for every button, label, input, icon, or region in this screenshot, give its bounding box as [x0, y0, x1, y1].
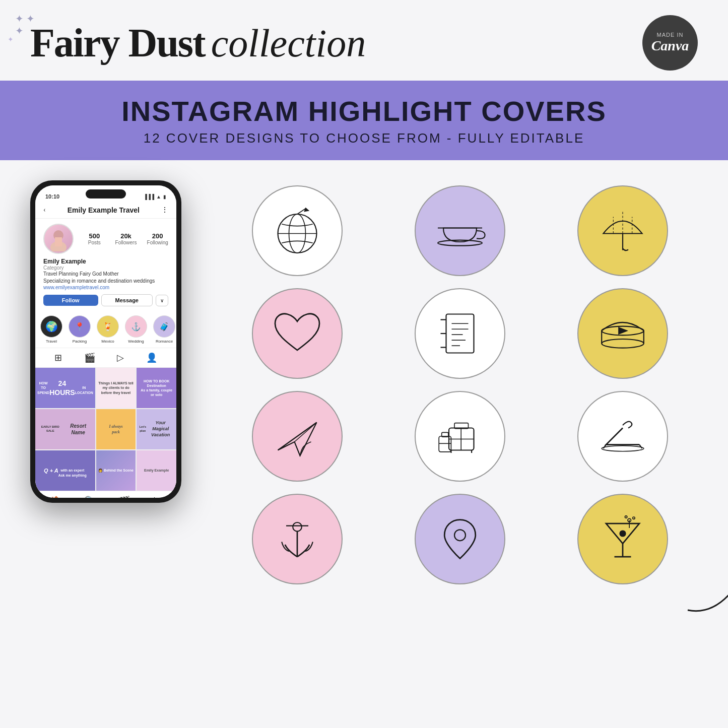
ig-action-buttons: Follow Message ∨	[43, 294, 168, 306]
mexico-icon: 🍹	[103, 322, 113, 332]
highlight-packing[interactable]: 📍 Packing	[69, 315, 91, 344]
canva-brand: Canva	[651, 38, 689, 54]
canva-badge: MADE IN Canva	[642, 15, 698, 71]
highlight-travel-label: Travel	[46, 339, 57, 344]
highlight-globe	[252, 185, 343, 276]
highlight-heart-container	[222, 288, 372, 379]
ig-stat-following: 200 Following	[147, 232, 168, 245]
grid-cell-7: Q + Awith an expertAsk me anything	[35, 450, 95, 491]
title-fairy-dust: Fairy Dust	[30, 20, 205, 66]
ig-stat-followers: 20k Followers	[115, 232, 137, 245]
phone-mockup: 10:10 ▐▐▐ ▲ ▮ ‹ Emily Example Travel ⋮	[30, 180, 181, 503]
ig-bio-link: www.emilyexampletravel.com	[43, 285, 168, 290]
dropdown-arrow[interactable]: ∨	[156, 295, 168, 306]
back-icon: ‹	[43, 206, 46, 214]
svg-rect-15	[446, 314, 474, 353]
highlight-notebook	[415, 288, 505, 379]
highlight-umbrella-container	[547, 185, 698, 276]
highlight-packing-label: Packing	[73, 339, 87, 344]
grid-cell-4: EARLY BIRD SALEResort Name	[35, 409, 95, 449]
svg-point-40	[293, 522, 302, 532]
sparkle-small: ✦	[8, 35, 14, 44]
home-nav-icon[interactable]: 🏠	[50, 495, 62, 498]
search-nav-icon[interactable]: 🔍	[84, 495, 96, 498]
grid-cell-8: 👩 Behind the Scene	[96, 450, 136, 491]
title-area: Fairy Dust collection	[30, 20, 366, 66]
canva-made-in: MADE IN	[657, 32, 684, 38]
romance-icon: 🧳	[159, 322, 169, 332]
svg-line-27	[294, 423, 316, 442]
highlight-paperplane-container	[222, 391, 372, 482]
highlight-notebook-container	[384, 288, 535, 379]
highlight-luggage	[415, 391, 505, 482]
highlight-heart	[252, 288, 343, 379]
highlight-paperplane	[252, 391, 343, 482]
svg-point-43	[454, 530, 466, 541]
highlight-romance-label: Romance	[156, 339, 173, 344]
highlight-romance[interactable]: 🧳 Romance	[153, 315, 175, 344]
svg-point-49	[625, 516, 627, 518]
grid-cell-6: Let's planYour Magical Vacation	[137, 409, 176, 449]
ig-category: Category	[43, 265, 168, 271]
grid-tab-icon[interactable]: ⊞	[54, 352, 62, 363]
ig-stats-row: 500 Posts 20k Followers 200 Following	[43, 224, 168, 254]
highlight-travel-circle: 🌍	[40, 315, 62, 338]
battery-icon: ▮	[163, 194, 166, 200]
message-button[interactable]: Message	[101, 294, 153, 306]
svg-rect-2	[55, 237, 62, 246]
ig-username: Emily Example	[43, 258, 168, 265]
reels-tab-icon[interactable]: 🎬	[84, 352, 95, 363]
profile-tab-icon[interactable]: 👤	[146, 352, 157, 363]
highlight-play	[577, 288, 668, 379]
highlight-wedding[interactable]: ⚓ Wedding	[125, 315, 147, 344]
shop-nav-icon[interactable]: 🛍	[152, 495, 162, 498]
ig-bio-line1: Travel Planning Fairy God Mother	[43, 271, 168, 278]
ig-header: ‹ Emily Example Travel ⋮	[35, 202, 176, 219]
phone-screen: 10:10 ▐▐▐ ▲ ▮ ‹ Emily Example Travel ⋮	[35, 185, 176, 498]
purple-banner: INSTAGRAM HIGHLIGHT COVERS 12 COVER DESI…	[0, 81, 728, 160]
more-icon: ⋮	[161, 206, 168, 214]
highlight-wedding-label: Wedding	[128, 339, 144, 344]
banner-subtitle: 12 COVER DESIGNS TO CHOOSE FROM - FULLY …	[30, 130, 698, 146]
ig-profile-section: 500 Posts 20k Followers 200 Following Em…	[35, 219, 176, 311]
phone-notch	[86, 189, 126, 198]
grid-cell-2: Things I ALWAYS tell my clients to do be…	[96, 368, 136, 408]
highlight-teacup	[415, 185, 505, 276]
highlight-mexico[interactable]: 🍹 Mexico	[97, 315, 119, 344]
svg-marker-8	[304, 208, 309, 212]
banner-title: INSTAGRAM HIGHLIGHT COVERS	[30, 95, 698, 127]
highlight-mexico-label: Mexico	[101, 339, 114, 344]
svg-point-39	[602, 446, 644, 451]
highlight-packing-circle: 📍	[69, 315, 91, 338]
main-content: 10:10 ▐▐▐ ▲ ▮ ‹ Emily Example Travel ⋮	[0, 160, 728, 605]
packing-icon: 📍	[75, 322, 85, 332]
ig-avatar	[43, 224, 74, 254]
ig-bio-line2: Specializing in romance and destination …	[43, 278, 168, 285]
highlight-cocktail	[577, 494, 668, 584]
wedding-icon: ⚓	[131, 322, 141, 332]
arrow-pointer	[683, 575, 728, 617]
highlight-romance-circle: 🧳	[153, 315, 175, 338]
header: ✦ ✦✦ ✦ Fairy Dust collection MADE IN Can…	[0, 0, 728, 76]
highlight-wedding-circle: ⚓	[125, 315, 147, 338]
highlight-location	[415, 494, 505, 584]
svg-marker-26	[618, 327, 628, 335]
play-tab-icon[interactable]: ▷	[117, 352, 124, 363]
title-collection: collection	[211, 21, 366, 66]
travel-icon: 🌍	[45, 320, 58, 333]
grid-cell-9: Emily Example	[137, 450, 176, 491]
highlight-cocktail-container	[547, 494, 698, 584]
grid-cell-1: HOW TO SPEND24HOURSIN LOCATION	[35, 368, 95, 408]
svg-point-46	[619, 530, 626, 537]
phone-bottom-nav: 🏠 🔍 🎬 🛍	[35, 491, 176, 498]
highlight-travel[interactable]: 🌍 Travel	[40, 315, 62, 344]
add-nav-icon[interactable]: 🎬	[118, 495, 130, 498]
highlight-hanger	[577, 391, 668, 482]
svg-point-48	[632, 517, 634, 519]
follow-button[interactable]: Follow	[43, 295, 98, 306]
signal-icon: ▐▐▐	[144, 194, 154, 200]
time-display: 10:10	[45, 189, 59, 200]
highlight-hanger-container	[547, 391, 698, 482]
grid-cell-5: I alwayspack	[96, 409, 136, 449]
ig-posts-grid: HOW TO SPEND24HOURSIN LOCATION Things I …	[35, 368, 176, 491]
